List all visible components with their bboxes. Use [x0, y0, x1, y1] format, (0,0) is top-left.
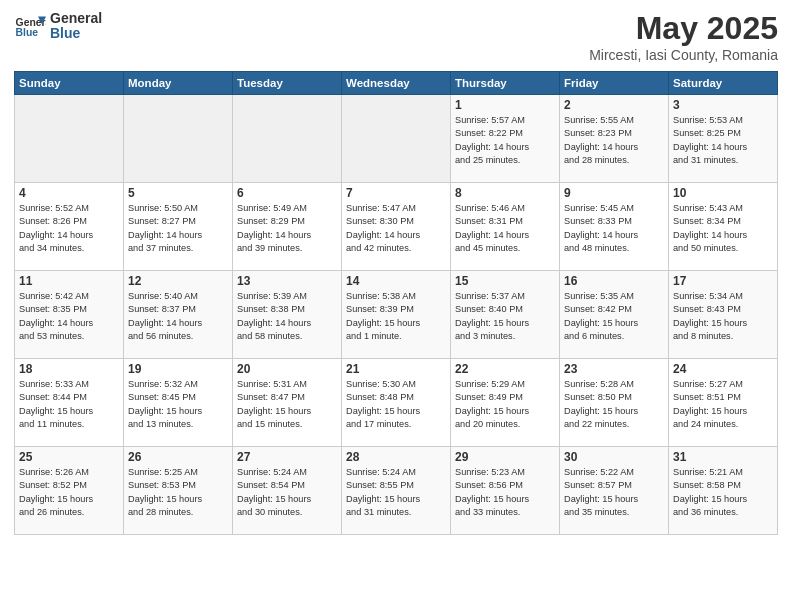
- header-cell-friday: Friday: [560, 72, 669, 95]
- day-info: Sunrise: 5:26 AM Sunset: 8:52 PM Dayligh…: [19, 466, 119, 519]
- day-cell: 1Sunrise: 5:57 AM Sunset: 8:22 PM Daylig…: [451, 95, 560, 183]
- logo-icon: General Blue: [14, 10, 46, 42]
- day-info: Sunrise: 5:35 AM Sunset: 8:42 PM Dayligh…: [564, 290, 664, 343]
- day-number: 22: [455, 362, 555, 376]
- day-cell: 31Sunrise: 5:21 AM Sunset: 8:58 PM Dayli…: [669, 447, 778, 535]
- day-number: 30: [564, 450, 664, 464]
- day-cell: 5Sunrise: 5:50 AM Sunset: 8:27 PM Daylig…: [124, 183, 233, 271]
- day-number: 1: [455, 98, 555, 112]
- header-cell-thursday: Thursday: [451, 72, 560, 95]
- week-row-4: 18Sunrise: 5:33 AM Sunset: 8:44 PM Dayli…: [15, 359, 778, 447]
- day-cell: [233, 95, 342, 183]
- logo: General Blue General Blue: [14, 10, 102, 42]
- day-number: 5: [128, 186, 228, 200]
- day-number: 8: [455, 186, 555, 200]
- day-cell: 25Sunrise: 5:26 AM Sunset: 8:52 PM Dayli…: [15, 447, 124, 535]
- day-number: 10: [673, 186, 773, 200]
- day-number: 18: [19, 362, 119, 376]
- day-info: Sunrise: 5:28 AM Sunset: 8:50 PM Dayligh…: [564, 378, 664, 431]
- day-info: Sunrise: 5:31 AM Sunset: 8:47 PM Dayligh…: [237, 378, 337, 431]
- day-info: Sunrise: 5:50 AM Sunset: 8:27 PM Dayligh…: [128, 202, 228, 255]
- day-number: 19: [128, 362, 228, 376]
- day-number: 26: [128, 450, 228, 464]
- calendar-page: General Blue General Blue May 2025 Mirce…: [0, 0, 792, 612]
- calendar-body: 1Sunrise: 5:57 AM Sunset: 8:22 PM Daylig…: [15, 95, 778, 535]
- day-cell: 27Sunrise: 5:24 AM Sunset: 8:54 PM Dayli…: [233, 447, 342, 535]
- logo-text: General Blue: [50, 11, 102, 42]
- day-number: 15: [455, 274, 555, 288]
- calendar-header: SundayMondayTuesdayWednesdayThursdayFrid…: [15, 72, 778, 95]
- day-number: 20: [237, 362, 337, 376]
- day-number: 28: [346, 450, 446, 464]
- day-info: Sunrise: 5:57 AM Sunset: 8:22 PM Dayligh…: [455, 114, 555, 167]
- day-cell: 7Sunrise: 5:47 AM Sunset: 8:30 PM Daylig…: [342, 183, 451, 271]
- day-cell: 30Sunrise: 5:22 AM Sunset: 8:57 PM Dayli…: [560, 447, 669, 535]
- day-number: 24: [673, 362, 773, 376]
- header: General Blue General Blue May 2025 Mirce…: [14, 10, 778, 63]
- day-info: Sunrise: 5:47 AM Sunset: 8:30 PM Dayligh…: [346, 202, 446, 255]
- day-cell: 21Sunrise: 5:30 AM Sunset: 8:48 PM Dayli…: [342, 359, 451, 447]
- day-cell: 26Sunrise: 5:25 AM Sunset: 8:53 PM Dayli…: [124, 447, 233, 535]
- day-cell: 16Sunrise: 5:35 AM Sunset: 8:42 PM Dayli…: [560, 271, 669, 359]
- day-info: Sunrise: 5:23 AM Sunset: 8:56 PM Dayligh…: [455, 466, 555, 519]
- header-cell-sunday: Sunday: [15, 72, 124, 95]
- week-row-2: 4Sunrise: 5:52 AM Sunset: 8:26 PM Daylig…: [15, 183, 778, 271]
- day-cell: [15, 95, 124, 183]
- day-cell: 10Sunrise: 5:43 AM Sunset: 8:34 PM Dayli…: [669, 183, 778, 271]
- day-info: Sunrise: 5:22 AM Sunset: 8:57 PM Dayligh…: [564, 466, 664, 519]
- day-cell: 20Sunrise: 5:31 AM Sunset: 8:47 PM Dayli…: [233, 359, 342, 447]
- day-cell: 13Sunrise: 5:39 AM Sunset: 8:38 PM Dayli…: [233, 271, 342, 359]
- day-cell: 12Sunrise: 5:40 AM Sunset: 8:37 PM Dayli…: [124, 271, 233, 359]
- week-row-3: 11Sunrise: 5:42 AM Sunset: 8:35 PM Dayli…: [15, 271, 778, 359]
- day-number: 3: [673, 98, 773, 112]
- day-cell: 28Sunrise: 5:24 AM Sunset: 8:55 PM Dayli…: [342, 447, 451, 535]
- calendar-table: SundayMondayTuesdayWednesdayThursdayFrid…: [14, 71, 778, 535]
- day-cell: 29Sunrise: 5:23 AM Sunset: 8:56 PM Dayli…: [451, 447, 560, 535]
- day-number: 16: [564, 274, 664, 288]
- header-cell-tuesday: Tuesday: [233, 72, 342, 95]
- day-info: Sunrise: 5:38 AM Sunset: 8:39 PM Dayligh…: [346, 290, 446, 343]
- day-info: Sunrise: 5:53 AM Sunset: 8:25 PM Dayligh…: [673, 114, 773, 167]
- day-cell: 8Sunrise: 5:46 AM Sunset: 8:31 PM Daylig…: [451, 183, 560, 271]
- day-cell: 14Sunrise: 5:38 AM Sunset: 8:39 PM Dayli…: [342, 271, 451, 359]
- day-info: Sunrise: 5:33 AM Sunset: 8:44 PM Dayligh…: [19, 378, 119, 431]
- day-cell: 15Sunrise: 5:37 AM Sunset: 8:40 PM Dayli…: [451, 271, 560, 359]
- day-info: Sunrise: 5:25 AM Sunset: 8:53 PM Dayligh…: [128, 466, 228, 519]
- day-info: Sunrise: 5:42 AM Sunset: 8:35 PM Dayligh…: [19, 290, 119, 343]
- day-cell: 19Sunrise: 5:32 AM Sunset: 8:45 PM Dayli…: [124, 359, 233, 447]
- header-cell-monday: Monday: [124, 72, 233, 95]
- day-number: 21: [346, 362, 446, 376]
- day-info: Sunrise: 5:55 AM Sunset: 8:23 PM Dayligh…: [564, 114, 664, 167]
- day-info: Sunrise: 5:34 AM Sunset: 8:43 PM Dayligh…: [673, 290, 773, 343]
- calendar-subtitle: Mircesti, Iasi County, Romania: [589, 47, 778, 63]
- day-cell: 4Sunrise: 5:52 AM Sunset: 8:26 PM Daylig…: [15, 183, 124, 271]
- day-number: 4: [19, 186, 119, 200]
- header-cell-saturday: Saturday: [669, 72, 778, 95]
- day-cell: 24Sunrise: 5:27 AM Sunset: 8:51 PM Dayli…: [669, 359, 778, 447]
- week-row-5: 25Sunrise: 5:26 AM Sunset: 8:52 PM Dayli…: [15, 447, 778, 535]
- day-cell: 11Sunrise: 5:42 AM Sunset: 8:35 PM Dayli…: [15, 271, 124, 359]
- day-info: Sunrise: 5:52 AM Sunset: 8:26 PM Dayligh…: [19, 202, 119, 255]
- day-info: Sunrise: 5:32 AM Sunset: 8:45 PM Dayligh…: [128, 378, 228, 431]
- day-number: 29: [455, 450, 555, 464]
- day-number: 11: [19, 274, 119, 288]
- day-info: Sunrise: 5:24 AM Sunset: 8:55 PM Dayligh…: [346, 466, 446, 519]
- week-row-1: 1Sunrise: 5:57 AM Sunset: 8:22 PM Daylig…: [15, 95, 778, 183]
- day-number: 7: [346, 186, 446, 200]
- header-cell-wednesday: Wednesday: [342, 72, 451, 95]
- day-cell: 6Sunrise: 5:49 AM Sunset: 8:29 PM Daylig…: [233, 183, 342, 271]
- day-cell: 22Sunrise: 5:29 AM Sunset: 8:49 PM Dayli…: [451, 359, 560, 447]
- day-number: 13: [237, 274, 337, 288]
- logo-blue: Blue: [50, 26, 102, 41]
- day-number: 25: [19, 450, 119, 464]
- day-info: Sunrise: 5:46 AM Sunset: 8:31 PM Dayligh…: [455, 202, 555, 255]
- day-number: 2: [564, 98, 664, 112]
- day-cell: 17Sunrise: 5:34 AM Sunset: 8:43 PM Dayli…: [669, 271, 778, 359]
- day-info: Sunrise: 5:45 AM Sunset: 8:33 PM Dayligh…: [564, 202, 664, 255]
- day-cell: [342, 95, 451, 183]
- day-info: Sunrise: 5:43 AM Sunset: 8:34 PM Dayligh…: [673, 202, 773, 255]
- day-cell: [124, 95, 233, 183]
- day-cell: 18Sunrise: 5:33 AM Sunset: 8:44 PM Dayli…: [15, 359, 124, 447]
- logo-general: General: [50, 11, 102, 26]
- day-info: Sunrise: 5:21 AM Sunset: 8:58 PM Dayligh…: [673, 466, 773, 519]
